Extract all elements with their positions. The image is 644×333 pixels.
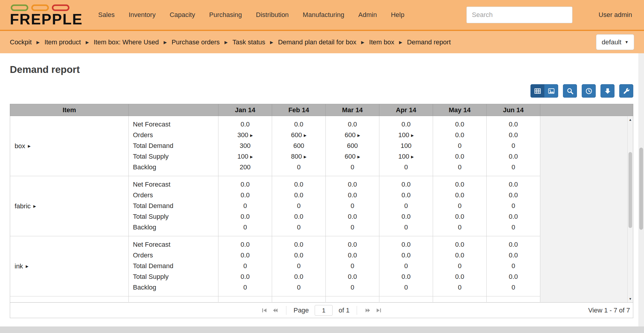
cell-value: 0.0 xyxy=(433,119,486,130)
pager-controls: Page of 1 xyxy=(260,305,383,316)
graph-view-button[interactable] xyxy=(544,84,558,98)
breadcrumb-item[interactable]: Purchase orders xyxy=(172,38,220,46)
column-header-measure xyxy=(129,104,218,116)
cell-value: 0 xyxy=(379,201,433,211)
cell-value: 0 xyxy=(433,282,486,293)
cell-value: 0.0 xyxy=(487,271,540,282)
grid-scrollbar-thumb[interactable] xyxy=(629,152,632,228)
breadcrumb-separator-icon: ▶ xyxy=(224,40,228,45)
view-selector-button[interactable]: default ▼ xyxy=(596,34,634,50)
first-page-button[interactable] xyxy=(260,307,268,314)
scroll-up-icon[interactable]: ▲ xyxy=(628,118,633,121)
cell-value: 0.0 xyxy=(272,179,325,190)
grid-scrollbar[interactable]: ▲ ▼ xyxy=(627,116,633,302)
time-bucket-button[interactable] xyxy=(582,84,596,98)
measure-labels-cell: Net ForecastOrdersTotal DemandTotal Supp… xyxy=(129,236,218,296)
page-title: Demand report xyxy=(10,64,80,75)
cell-value[interactable]: 600▶ xyxy=(326,151,379,162)
clock-icon xyxy=(585,87,592,95)
measure-label: Total Demand xyxy=(129,261,218,271)
item-name[interactable]: box xyxy=(15,142,25,150)
page-of-label: of 1 xyxy=(339,307,350,314)
cell-value: 0.0 xyxy=(218,179,272,190)
user-menu[interactable]: User admin xyxy=(599,11,632,19)
item-name[interactable]: ink xyxy=(15,262,23,270)
month-cell xyxy=(433,296,487,302)
grid-row-group: ink▶Net ForecastOrdersTotal DemandTotal … xyxy=(10,236,540,296)
column-header-jan-14: Jan 14 xyxy=(218,104,272,116)
cell-value: 0 xyxy=(272,201,325,211)
cell-value: 0.0 xyxy=(272,271,325,282)
search-filter-button[interactable] xyxy=(563,84,577,98)
cell-value[interactable]: 600▶ xyxy=(326,130,379,140)
breadcrumb-item[interactable]: Demand plan detail for box xyxy=(278,38,356,46)
cell-value: 0.0 xyxy=(487,190,540,201)
breadcrumb-separator-icon: ▶ xyxy=(164,40,167,45)
cell-value: 0 xyxy=(272,222,325,233)
menu-item-admin[interactable]: Admin xyxy=(358,11,377,19)
scroll-down-icon[interactable]: ▼ xyxy=(628,297,633,301)
breadcrumb-item[interactable]: Cockpit xyxy=(10,38,32,46)
browser-scrollbar[interactable] xyxy=(638,53,644,326)
table-view-button[interactable] xyxy=(530,84,544,98)
item-menu-arrow-icon: ▶ xyxy=(33,204,36,208)
cell-value: 0.0 xyxy=(433,190,486,201)
prev-page-button[interactable] xyxy=(271,307,279,314)
page-input[interactable] xyxy=(315,305,333,316)
menu-item-capacity[interactable]: Capacity xyxy=(170,11,195,19)
cell-value: 300 xyxy=(218,140,272,151)
cell-value: 0.0 xyxy=(433,179,486,190)
breadcrumb-item[interactable]: Item box xyxy=(369,38,394,46)
breadcrumb-item[interactable]: Task status xyxy=(232,38,265,46)
menu-item-manufacturing[interactable]: Manufacturing xyxy=(303,11,344,19)
breadcrumb-bar: Cockpit▶Item product▶Item box: Where Use… xyxy=(0,31,644,53)
grid-body: box▶Net ForecastOrdersTotal DemandTotal … xyxy=(10,116,633,303)
cell-value: 0.0 xyxy=(487,151,540,162)
item-menu-arrow-icon: ▶ xyxy=(26,264,28,268)
menu-item-distribution[interactable]: Distribution xyxy=(256,11,289,19)
frepple-logo[interactable]: FREPPLE xyxy=(10,3,83,27)
menu-item-purchasing[interactable]: Purchasing xyxy=(209,11,242,19)
cell-value[interactable]: 800▶ xyxy=(272,151,325,162)
last-page-button[interactable] xyxy=(375,307,383,314)
customize-button[interactable] xyxy=(619,84,633,98)
breadcrumb-item[interactable]: Item product xyxy=(44,38,81,46)
menu-item-sales[interactable]: Sales xyxy=(98,11,115,19)
month-cell: 0.00.000.00 xyxy=(487,176,540,236)
cell-value: 0.0 xyxy=(487,179,540,190)
cell-value[interactable]: 100▶ xyxy=(218,151,272,162)
measure-label: Total Demand xyxy=(129,140,218,151)
bottom-band xyxy=(0,326,644,333)
breadcrumb-item[interactable]: Demand report xyxy=(407,38,451,46)
search-input[interactable] xyxy=(466,7,572,23)
drill-down-arrow-icon: ▶ xyxy=(357,155,360,159)
last-page-icon xyxy=(375,307,382,314)
breadcrumb-item[interactable]: Item box: Where Used xyxy=(94,38,159,46)
cell-value: 0.0 xyxy=(326,271,379,282)
cell-value: 0.0 xyxy=(218,211,272,222)
drill-down-arrow-icon: ▶ xyxy=(411,155,414,159)
cell-value[interactable]: 100▶ xyxy=(379,151,433,162)
export-button[interactable] xyxy=(600,84,614,98)
cell-value: 0 xyxy=(379,282,433,293)
month-cell: 0.00.000.00 xyxy=(433,116,487,176)
view-selector-label: default xyxy=(602,38,621,46)
cell-value: 600 xyxy=(326,140,379,151)
month-cell: 0.0600▶600600▶0 xyxy=(326,116,379,176)
cell-value[interactable]: 300▶ xyxy=(218,130,272,140)
cell-value: 0 xyxy=(487,201,540,211)
measure-label: Orders xyxy=(129,250,218,261)
browser-scrollbar-thumb[interactable] xyxy=(639,148,643,230)
logo-pills-icon xyxy=(11,4,83,11)
cell-value: 0 xyxy=(487,261,540,271)
measure-label: Total Demand xyxy=(129,201,218,211)
cell-value[interactable]: 600▶ xyxy=(272,130,325,140)
menu-item-inventory[interactable]: Inventory xyxy=(129,11,156,19)
cell-value: 600 xyxy=(272,140,325,151)
next-page-button[interactable] xyxy=(364,307,372,314)
menu-item-help[interactable]: Help xyxy=(391,11,404,19)
cell-value[interactable]: 100▶ xyxy=(379,130,433,140)
cell-value: 0.0 xyxy=(487,211,540,222)
measure-label: Backlog xyxy=(129,222,218,233)
item-name[interactable]: fabric xyxy=(15,202,31,210)
